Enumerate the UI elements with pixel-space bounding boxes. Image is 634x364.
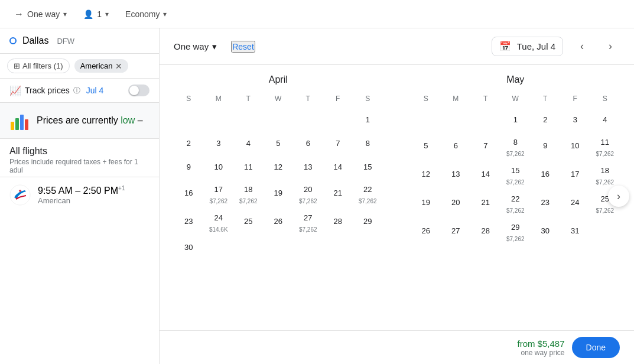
day-cell[interactable]: 20 bbox=[441, 188, 471, 216]
day-number bbox=[597, 222, 613, 239]
day-cell[interactable]: 9 bbox=[531, 131, 561, 160]
day-number bbox=[240, 111, 256, 128]
cabin-selector[interactable]: Economy ▾ bbox=[121, 7, 171, 21]
day-cell[interactable]: 24$14.6K bbox=[204, 207, 234, 235]
day-cell[interactable]: 30 bbox=[174, 235, 204, 259]
day-cell[interactable]: 7 bbox=[471, 131, 501, 160]
day-cell[interactable]: 15 bbox=[353, 155, 383, 178]
passengers-selector[interactable]: 👤 1 ▾ bbox=[79, 7, 113, 21]
day-number bbox=[477, 111, 494, 128]
day-cell[interactable]: 27$7,262 bbox=[293, 207, 323, 235]
day-cell[interactable]: 21 bbox=[323, 178, 353, 207]
svg-rect-3 bbox=[25, 119, 28, 130]
day-cell[interactable]: 27 bbox=[441, 216, 471, 245]
remove-filter-icon[interactable]: ✕ bbox=[115, 62, 122, 70]
day-cell[interactable]: 5 bbox=[411, 131, 441, 160]
day-cell[interactable]: 18$7,262 bbox=[233, 178, 264, 207]
day-cell[interactable]: 23 bbox=[531, 188, 561, 216]
day-cell[interactable]: 23 bbox=[174, 207, 204, 235]
day-cell[interactable]: 4 bbox=[233, 131, 264, 155]
reset-button[interactable]: Reset bbox=[231, 41, 255, 53]
day-cell[interactable]: 16 bbox=[531, 160, 561, 188]
day-cell[interactable]: 14 bbox=[323, 155, 353, 178]
day-cell[interactable]: 24 bbox=[560, 188, 590, 216]
day-cell[interactable]: 8$7,262 bbox=[500, 131, 531, 160]
day-number: 14 bbox=[330, 158, 346, 175]
next-month-button[interactable]: › bbox=[601, 37, 620, 56]
day-cell[interactable]: 2 bbox=[531, 108, 561, 131]
day-cell[interactable]: 22$7,262 bbox=[353, 178, 383, 207]
day-cell[interactable]: 12 bbox=[411, 160, 441, 188]
day-cell[interactable]: 21 bbox=[471, 188, 501, 216]
day-cell[interactable]: 28 bbox=[471, 216, 501, 245]
day-number: 29 bbox=[507, 219, 524, 235]
day-cell[interactable]: 17$7,262 bbox=[204, 178, 234, 207]
day-cell[interactable]: 15$7,262 bbox=[500, 160, 531, 188]
day-cell[interactable]: 19 bbox=[264, 178, 294, 207]
day-cell[interactable]: 13 bbox=[441, 160, 471, 188]
day-cell[interactable]: 2 bbox=[174, 131, 204, 155]
day-number: 16 bbox=[180, 184, 197, 201]
day-cell[interactable]: 29$7,262 bbox=[500, 216, 531, 245]
day-number: 23 bbox=[180, 213, 197, 229]
weekday-w1: W bbox=[264, 92, 294, 105]
scroll-right-button[interactable]: › bbox=[608, 186, 629, 207]
day-cell[interactable]: 19 bbox=[411, 188, 441, 216]
day-cell[interactable]: 30 bbox=[531, 216, 561, 245]
search-bar[interactable]: Dallas DFW bbox=[0, 28, 159, 54]
prev-month-button[interactable]: ‹ bbox=[573, 37, 591, 56]
day-cell[interactable]: 6 bbox=[293, 131, 323, 155]
day-cell[interactable]: 3 bbox=[560, 108, 590, 131]
may-weekday-m1: M bbox=[441, 92, 471, 105]
day-cell[interactable]: 26 bbox=[411, 216, 441, 245]
day-cell bbox=[471, 108, 501, 131]
track-prices-toggle[interactable] bbox=[128, 84, 149, 96]
day-cell[interactable]: 1 bbox=[353, 108, 383, 131]
all-filters-button[interactable]: ⊞ All filters (1) bbox=[7, 58, 70, 73]
day-cell[interactable]: 17 bbox=[560, 160, 590, 188]
day-number: 16 bbox=[537, 165, 554, 182]
flight-time-text: 9:55 AM – 2:50 PM bbox=[38, 186, 118, 196]
calendar-icon: 📅 bbox=[499, 41, 511, 52]
day-cell[interactable]: 11$7,262 bbox=[590, 131, 620, 160]
day-cell[interactable]: 3 bbox=[204, 131, 234, 155]
day-cell[interactable]: 28 bbox=[323, 207, 353, 235]
trip-type-selector[interactable]: → One way ▾ bbox=[9, 6, 71, 22]
day-cell[interactable]: 31 bbox=[560, 216, 590, 245]
flight-card[interactable]: 9:55 AM – 2:50 PM+1 American bbox=[0, 177, 159, 213]
day-cell[interactable]: 16 bbox=[174, 178, 204, 207]
date-selector[interactable]: 📅 Tue, Jul 4 bbox=[492, 37, 563, 56]
airline-filter-chip[interactable]: American ✕ bbox=[74, 59, 128, 73]
day-cell[interactable]: 26 bbox=[264, 207, 294, 235]
day-cell[interactable]: 6 bbox=[441, 131, 471, 160]
day-cell[interactable]: 1 bbox=[500, 108, 531, 131]
day-cell[interactable]: 10 bbox=[560, 131, 590, 160]
day-cell[interactable]: 10 bbox=[204, 155, 234, 178]
calendar-body: April S M T W T F S 12345678910111213141… bbox=[160, 65, 634, 330]
day-cell[interactable]: 12 bbox=[264, 155, 294, 178]
day-cell[interactable]: 14 bbox=[471, 160, 501, 188]
day-cell[interactable]: 20$7,262 bbox=[293, 178, 323, 207]
day-cell[interactable]: 7 bbox=[323, 131, 353, 155]
from-price-value: from $5,487 bbox=[517, 339, 564, 349]
info-icon[interactable]: ⓘ bbox=[73, 86, 80, 96]
day-number: 14 bbox=[477, 165, 494, 182]
day-price: $7,262 bbox=[506, 207, 525, 214]
day-cell[interactable]: 29 bbox=[353, 207, 383, 235]
all-flights-subtitle: Prices include required taxes + fees for… bbox=[9, 158, 149, 174]
track-prices-label: Track prices bbox=[25, 86, 70, 95]
day-price: $7,262 bbox=[596, 207, 614, 214]
day-cell[interactable]: 13 bbox=[293, 155, 323, 178]
day-cell[interactable]: 4 bbox=[590, 108, 620, 131]
done-button[interactable]: Done bbox=[572, 337, 620, 358]
calendar-footer: from $5,487 one way price Done bbox=[160, 330, 634, 364]
calendar-trip-type-selector[interactable]: One way ▾ bbox=[174, 41, 217, 52]
day-cell[interactable]: 9 bbox=[174, 155, 204, 178]
day-cell[interactable]: 11 bbox=[233, 155, 264, 178]
day-cell[interactable]: 25 bbox=[233, 207, 264, 235]
day-cell[interactable]: 5 bbox=[264, 131, 294, 155]
day-cell[interactable]: 18$7,262 bbox=[590, 160, 620, 188]
toggle-thumb bbox=[129, 86, 139, 95]
day-cell[interactable]: 22$7,262 bbox=[500, 188, 531, 216]
day-cell[interactable]: 8 bbox=[353, 131, 383, 155]
